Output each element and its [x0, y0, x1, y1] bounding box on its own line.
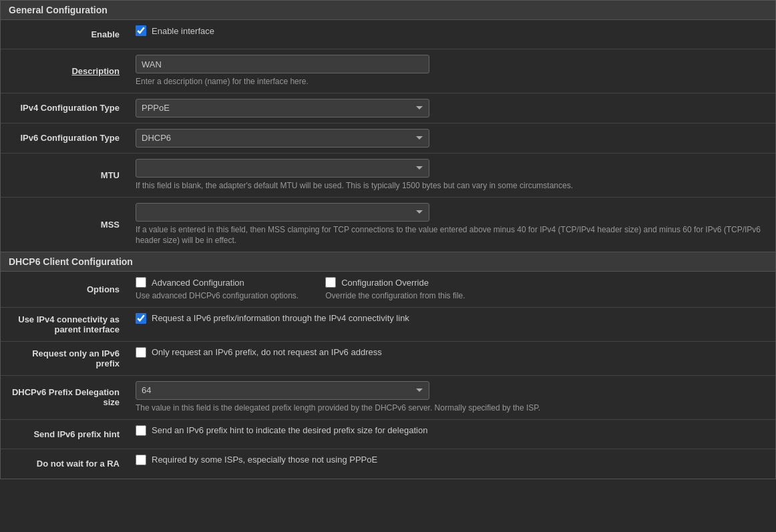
general-configuration-section: General Configuration Enable Enable inte…	[0, 0, 776, 252]
config-override-checkbox[interactable]	[325, 277, 336, 288]
prefix-delegation-value-cell: 48 56 60 62 63 64 80 96 112 120 124 125 …	[128, 376, 775, 419]
wait-ra-checkbox[interactable]	[136, 455, 146, 465]
description-input[interactable]	[136, 55, 429, 73]
advanced-config-label: Advanced Configuration	[152, 278, 244, 288]
dhcp6-section-header: DHCP6 Client Configuration	[1, 252, 775, 272]
ipv4-type-value-cell: None Static IP DHCP PPPoE	[128, 93, 775, 123]
send-hint-checkbox[interactable]	[136, 425, 146, 436]
ipv4-parent-checkbox-label: Request a IPv6 prefix/information throug…	[152, 313, 409, 323]
enable-value-cell: Enable interface	[128, 20, 775, 41]
description-row: Description Enter a description (name) f…	[1, 49, 775, 93]
ipv4-type-select[interactable]: None Static IP DHCP PPPoE	[136, 99, 429, 117]
prefix-delegation-label: DHCPv6 Prefix Delegation size	[1, 380, 128, 414]
enable-row: Enable Enable interface	[1, 20, 775, 49]
general-title: General Configuration	[9, 5, 108, 15]
prefix-delegation-row: DHCPv6 Prefix Delegation size 48 56 60 6…	[1, 376, 775, 420]
ipv4-parent-checkbox[interactable]	[136, 313, 146, 324]
ipv4-type-row: IPv4 Configuration Type None Static IP D…	[1, 93, 775, 123]
send-hint-label: Send IPv6 prefix hint	[1, 423, 128, 446]
send-hint-row: Send IPv6 prefix hint Send an IPv6 prefi…	[1, 420, 775, 449]
options-row: Options Advanced Configuration Use advan…	[1, 272, 775, 308]
options-col1: Advanced Configuration Use advanced DHCP…	[136, 277, 299, 302]
ipv6-type-value-cell: None Static IP DHCP6 SLAAC Track Interfa…	[128, 123, 775, 153]
wait-ra-row: Do not wait for a RA Required by some IS…	[1, 449, 775, 479]
ipv4-type-label: IPv4 Configuration Type	[1, 96, 128, 119]
request-prefix-value-cell: Only request an IPv6 prefix, do not requ…	[128, 342, 775, 363]
options-label: Options	[1, 278, 128, 301]
mss-row: MSS If a value is entered in this field,…	[1, 198, 775, 252]
request-prefix-row: Request only an IPv6 prefix Only request…	[1, 342, 775, 376]
wait-ra-checkbox-label: Required by some ISPs, especially those …	[152, 455, 377, 465]
wait-ra-value-cell: Required by some ISPs, especially those …	[128, 449, 775, 471]
mss-hint: If a value is entered in this field, the…	[136, 224, 767, 247]
enable-interface-checkbox[interactable]	[136, 25, 146, 36]
general-section-header: General Configuration	[1, 1, 775, 20]
ipv4-parent-value-cell: Request a IPv6 prefix/information throug…	[128, 308, 775, 329]
mtu-row: MTU If this field is blank, the adapter'…	[1, 154, 775, 198]
description-hint: Enter a description (name) for the inter…	[136, 76, 767, 87]
enable-interface-label: Enable interface	[152, 26, 214, 36]
mtu-label: MTU	[1, 164, 128, 187]
config-override-label: Configuration Override	[341, 278, 429, 288]
ipv4-parent-row: Use IPv4 connectivity as parent interfac…	[1, 308, 775, 342]
mss-select[interactable]	[136, 203, 429, 222]
description-label: Description	[1, 59, 128, 83]
options-col2: Configuration Override Override the conf…	[325, 277, 465, 302]
config-override-hint: Override the configuration from this fil…	[325, 290, 465, 302]
dhcp6-title: DHCP6 Client Configuration	[9, 256, 133, 267]
request-prefix-checkbox-label: Only request an IPv6 prefix, do not requ…	[152, 347, 382, 357]
advanced-config-checkbox[interactable]	[136, 277, 146, 288]
advanced-config-hint: Use advanced DHCPv6 configuration option…	[136, 290, 299, 302]
ipv6-type-row: IPv6 Configuration Type None Static IP D…	[1, 123, 775, 154]
ipv6-type-label: IPv6 Configuration Type	[1, 126, 128, 150]
mtu-select[interactable]	[136, 159, 429, 178]
wait-ra-label: Do not wait for a RA	[1, 452, 128, 475]
mss-label: MSS	[1, 213, 128, 236]
mss-value-cell: If a value is entered in this field, the…	[128, 198, 775, 252]
send-hint-checkbox-label: Send an IPv6 prefix hint to indicate the…	[152, 425, 427, 435]
dhcp6-configuration-section: DHCP6 Client Configuration Options Advan…	[0, 252, 776, 479]
prefix-delegation-hint: The value in this field is the delegated…	[136, 403, 767, 414]
mtu-hint: If this field is blank, the adapter's de…	[136, 180, 767, 192]
enable-label: Enable	[1, 23, 128, 46]
description-value-cell: Enter a description (name) for the inter…	[128, 49, 775, 93]
ipv6-type-select[interactable]: None Static IP DHCP6 SLAAC Track Interfa…	[136, 129, 429, 148]
send-hint-value-cell: Send an IPv6 prefix hint to indicate the…	[128, 420, 775, 441]
request-prefix-label: Request only an IPv6 prefix	[1, 342, 128, 375]
prefix-delegation-select[interactable]: 48 56 60 62 63 64 80 96 112 120 124 125 …	[136, 381, 429, 400]
request-prefix-checkbox[interactable]	[136, 347, 146, 358]
ipv4-parent-label: Use IPv4 connectivity as parent interfac…	[1, 308, 128, 341]
mtu-value-cell: If this field is blank, the adapter's de…	[128, 154, 775, 197]
options-value-cell: Advanced Configuration Use advanced DHCP…	[128, 272, 775, 307]
